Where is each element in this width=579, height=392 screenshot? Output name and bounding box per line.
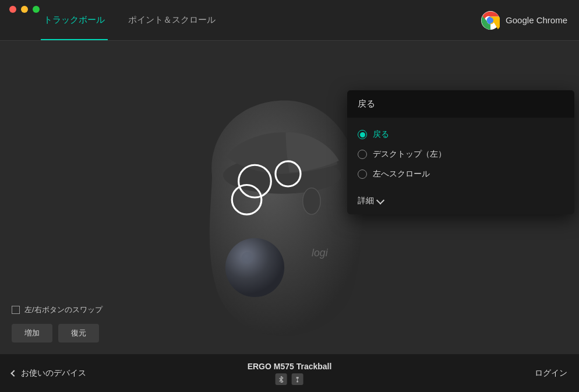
- main-content: logi 左/右ボタンのスワップ 増加 復元 戻る 戻る デスクトップ（左）: [0, 41, 579, 354]
- dropdown-body: 戻る デスクトップ（左） 左へスクロール: [347, 118, 574, 191]
- dropdown-item-scroll-label: 左へスクロール: [373, 169, 430, 179]
- dropdown-item-desktop-label: デスクトップ（左）: [373, 149, 446, 160]
- dropdown-item-desktop[interactable]: デスクトップ（左）: [347, 144, 574, 164]
- dropdown-item-back[interactable]: 戻る: [347, 125, 574, 144]
- tab-bar: トラックボール ポイント＆スクロール: [41, 0, 218, 40]
- tab-point-scroll[interactable]: ポイント＆スクロール: [125, 0, 218, 40]
- svg-text:logi: logi: [312, 247, 329, 259]
- dropdown-header: 戻る: [347, 90, 574, 118]
- back-button[interactable]: お使いのデバイス: [12, 368, 86, 379]
- svg-point-2: [488, 17, 493, 23]
- device-info: ERGO M575 Trackball: [248, 362, 332, 385]
- minimize-button[interactable]: [21, 6, 28, 13]
- dropdown-item-scroll-left[interactable]: 左へスクロール: [347, 164, 574, 184]
- svg-point-5: [242, 252, 253, 264]
- bottom-bar: お使いのデバイス ERGO M575 Trackball ログイン: [0, 354, 579, 392]
- login-button[interactable]: ログイン: [535, 368, 567, 379]
- swap-checkbox-row: 左/右ボタンのスワップ: [12, 305, 103, 315]
- device-icon-bluetooth: [276, 373, 287, 385]
- restore-button[interactable]: 復元: [58, 324, 99, 342]
- svg-rect-11: [296, 377, 299, 379]
- app-name: Google Chrome: [506, 15, 567, 25]
- radio-scroll-left: [358, 169, 367, 179]
- bottom-controls: 左/右ボタンのスワップ 増加 復元: [12, 305, 103, 342]
- svg-point-4: [225, 238, 284, 297]
- dropdown-footer[interactable]: 詳細: [347, 191, 574, 214]
- dropdown-popup: 戻る 戻る デスクトップ（左） 左へスクロール 詳細: [347, 90, 574, 214]
- swap-label: 左/右ボタンのスワップ: [24, 305, 103, 315]
- device-name: ERGO M575 Trackball: [248, 362, 332, 371]
- svg-point-10: [303, 188, 320, 215]
- details-label: 詳細: [358, 196, 374, 206]
- chevron-left-icon: [10, 370, 17, 376]
- svg-point-13: [296, 380, 298, 382]
- chevron-down-icon: [376, 196, 384, 204]
- device-icon-usb: [292, 373, 303, 385]
- chrome-icon: [481, 11, 500, 30]
- close-button[interactable]: [9, 6, 16, 13]
- tab-trackball[interactable]: トラックボール: [41, 0, 108, 40]
- buttons-row: 増加 復元: [12, 324, 103, 342]
- device-icons: [276, 373, 303, 385]
- dropdown-item-back-label: 戻る: [373, 129, 389, 140]
- title-bar: トラックボール ポイント＆スクロール Google Chrome: [0, 0, 579, 41]
- increase-button[interactable]: 増加: [12, 324, 52, 342]
- traffic-lights: [9, 6, 40, 13]
- header-right: Google Chrome: [481, 11, 567, 30]
- radio-back: [358, 130, 367, 139]
- maximize-button[interactable]: [33, 6, 40, 13]
- swap-checkbox[interactable]: [12, 306, 20, 314]
- radio-desktop: [358, 150, 367, 159]
- back-label: お使いのデバイス: [21, 368, 86, 379]
